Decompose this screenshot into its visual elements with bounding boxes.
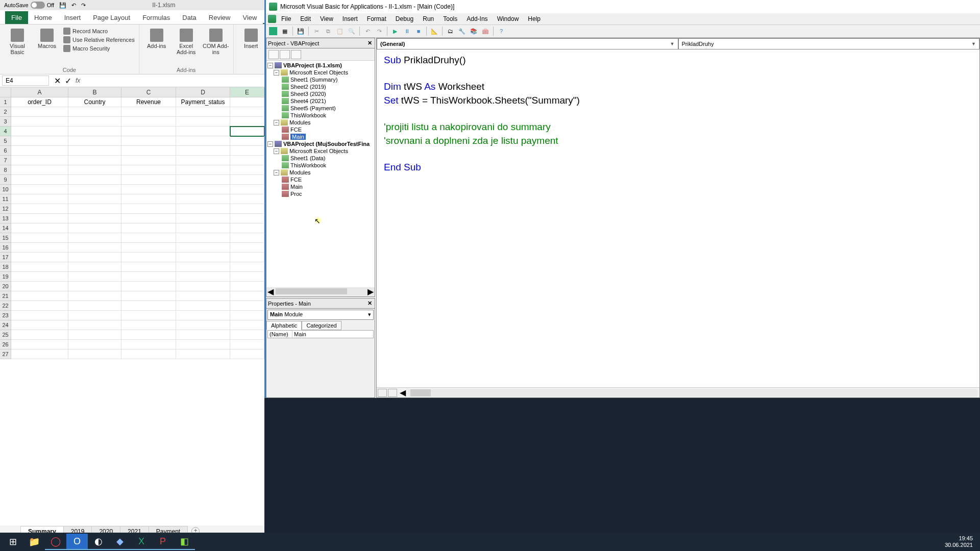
undo-icon[interactable]: ↶: [362, 26, 373, 36]
cell[interactable]: [11, 165, 68, 175]
cell[interactable]: [121, 262, 176, 272]
sheet-node[interactable]: Sheet5 (Payment): [290, 105, 336, 111]
cell[interactable]: [230, 291, 264, 301]
cell[interactable]: [121, 127, 176, 136]
row-17[interactable]: 17: [0, 253, 11, 262]
menu-tools[interactable]: Tools: [439, 14, 461, 23]
view-code-icon[interactable]: [268, 50, 279, 59]
redo-icon[interactable]: ↷: [374, 26, 384, 36]
cell[interactable]: [230, 107, 264, 117]
cell[interactable]: [176, 291, 230, 301]
cell[interactable]: [230, 156, 264, 165]
cell[interactable]: [176, 107, 230, 117]
project-titlebar[interactable]: Project - VBAProject ✕: [266, 38, 375, 48]
cell[interactable]: [230, 282, 264, 291]
close-icon[interactable]: ✕: [366, 40, 373, 47]
excel-objects-folder[interactable]: Microsoft Excel Objects: [289, 148, 348, 154]
cell[interactable]: [230, 146, 264, 156]
paste-icon[interactable]: 📋: [335, 26, 345, 36]
row-12[interactable]: 12: [0, 204, 11, 214]
cell[interactable]: [68, 204, 121, 214]
undo-icon[interactable]: ↶: [71, 2, 76, 9]
cell[interactable]: [68, 156, 121, 165]
cell[interactable]: [11, 107, 68, 117]
sheet-node[interactable]: Sheet1 (Data): [290, 155, 325, 161]
scroll-left-icon[interactable]: ◀: [399, 388, 406, 397]
menu-file[interactable]: File: [277, 14, 295, 23]
col-d[interactable]: D: [176, 87, 230, 97]
menu-help[interactable]: Help: [524, 14, 545, 23]
module-node[interactable]: FCE: [290, 127, 302, 133]
cell[interactable]: [176, 117, 230, 127]
save-icon[interactable]: 💾: [296, 26, 306, 36]
autosave-toggle[interactable]: AutoSave Off: [4, 2, 54, 9]
cell[interactable]: [230, 214, 264, 223]
excel-icon[interactable]: X: [131, 534, 152, 550]
cell[interactable]: [11, 253, 68, 262]
cell[interactable]: [11, 282, 68, 291]
app2-icon[interactable]: ◧: [174, 534, 195, 550]
project-hscroll[interactable]: ◀▶: [266, 287, 375, 295]
cell[interactable]: [68, 340, 121, 349]
break-icon[interactable]: ⏸: [402, 26, 412, 36]
visual-basic-button[interactable]: Visual Basic: [4, 27, 31, 55]
cell[interactable]: [11, 194, 68, 204]
col-e[interactable]: E: [230, 87, 264, 97]
reset-icon[interactable]: ■: [413, 26, 424, 36]
obs-icon[interactable]: ◐: [88, 534, 109, 550]
sheet-node[interactable]: Sheet4 (2021): [290, 98, 326, 104]
cell[interactable]: [176, 282, 230, 291]
cell[interactable]: [68, 146, 121, 156]
row-16[interactable]: 16: [0, 243, 11, 253]
tab-alphabetic[interactable]: Alphabetic: [266, 321, 302, 330]
cell[interactable]: [11, 185, 68, 194]
cancel-icon[interactable]: ✕: [54, 76, 61, 86]
cell[interactable]: Payment_status: [176, 97, 230, 107]
module-node[interactable]: Main: [290, 184, 303, 190]
cell[interactable]: [11, 233, 68, 243]
cell[interactable]: [230, 97, 264, 107]
cell[interactable]: [121, 243, 176, 253]
cell[interactable]: [230, 320, 264, 330]
tab-file[interactable]: File: [5, 11, 28, 24]
cell[interactable]: [68, 136, 121, 146]
row-14[interactable]: 14: [0, 223, 11, 233]
row-21[interactable]: 21: [0, 291, 11, 301]
row-1[interactable]: 1: [0, 97, 11, 107]
cell[interactable]: [68, 349, 121, 359]
app-icon[interactable]: ◆: [109, 534, 131, 550]
cell[interactable]: [230, 262, 264, 272]
menu-debug[interactable]: Debug: [391, 14, 418, 23]
cell[interactable]: [68, 262, 121, 272]
row-25[interactable]: 25: [0, 330, 11, 340]
record-macro-button[interactable]: Record Macro: [63, 28, 135, 35]
macros-button[interactable]: Macros: [34, 27, 60, 49]
cell[interactable]: [68, 330, 121, 340]
properties-icon[interactable]: 🔧: [457, 26, 467, 36]
macro-security-button[interactable]: Macro Security: [63, 45, 135, 52]
module-node-main[interactable]: Main: [290, 134, 306, 140]
design-mode-icon[interactable]: 📐: [429, 26, 439, 36]
cell[interactable]: [68, 165, 121, 175]
object-combo[interactable]: (General)▼: [377, 38, 678, 49]
cell[interactable]: [68, 233, 121, 243]
cell[interactable]: [68, 272, 121, 282]
sheet-node[interactable]: Sheet3 (2020): [290, 91, 326, 97]
enter-icon[interactable]: ✓: [65, 76, 71, 86]
cell[interactable]: [121, 185, 176, 194]
cell[interactable]: [176, 262, 230, 272]
cell[interactable]: [121, 349, 176, 359]
toggle-folders-icon[interactable]: [291, 50, 301, 59]
tab-categorized[interactable]: Categorized: [302, 321, 341, 330]
row-13[interactable]: 13: [0, 214, 11, 223]
cell[interactable]: [121, 291, 176, 301]
cell[interactable]: [121, 233, 176, 243]
cell[interactable]: [230, 272, 264, 282]
cell[interactable]: [11, 291, 68, 301]
fx-icon[interactable]: fx: [76, 77, 80, 84]
cell[interactable]: Revenue: [121, 97, 176, 107]
cell[interactable]: [68, 253, 121, 262]
cell[interactable]: [230, 223, 264, 233]
cell[interactable]: [68, 223, 121, 233]
cell[interactable]: [11, 223, 68, 233]
